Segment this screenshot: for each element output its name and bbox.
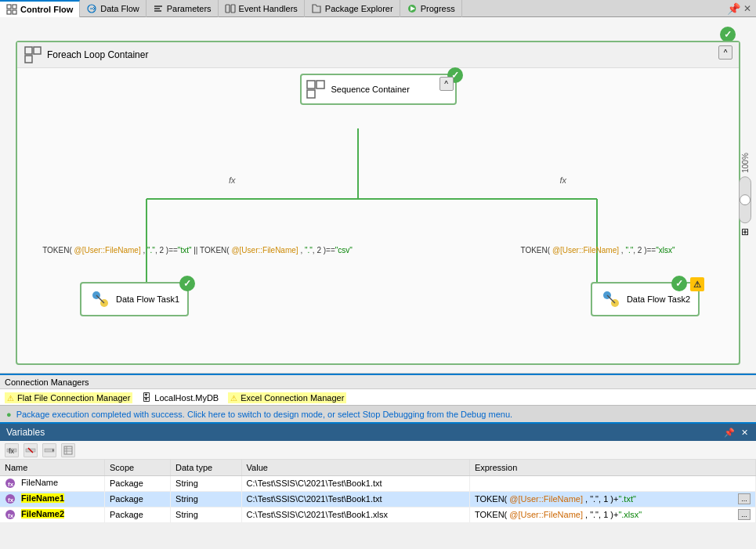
data-flow-task1[interactable]: ✓ Data Flow Task1 bbox=[80, 282, 189, 316]
row1-expression bbox=[469, 475, 755, 491]
conn-excel-warning-icon: ⚠ bbox=[230, 394, 237, 403]
connection-managers-list: ⚠ Flat File Connection Manager 🗄 LocalHo… bbox=[0, 389, 756, 406]
conn-localhost[interactable]: 🗄 LocalHost.MyDB bbox=[142, 392, 219, 403]
foreach-collapse-btn[interactable]: ^ bbox=[718, 45, 732, 60]
tab-package-explorer-label: Package Explorer bbox=[325, 4, 393, 13]
tab-data-flow-label: Data Flow bbox=[100, 4, 139, 13]
foreach-label: Foreach Loop Container bbox=[47, 49, 148, 60]
svg-rect-8 bbox=[226, 5, 230, 13]
pin-panel-btn[interactable]: 📌 bbox=[722, 428, 736, 438]
show-system-vars-btn[interactable] bbox=[61, 443, 75, 457]
event-handlers-icon bbox=[225, 3, 236, 14]
tab-parameters[interactable]: Parameters bbox=[146, 0, 219, 17]
svg-rect-0 bbox=[7, 5, 11, 9]
conn-flat-file-warning-icon: ⚠ bbox=[7, 394, 14, 403]
col-expression: Expression bbox=[469, 460, 755, 475]
row2-name[interactable]: fx FileName1 bbox=[0, 491, 104, 507]
tab-progress-label: Progress bbox=[421, 4, 455, 13]
svg-rect-35 bbox=[64, 446, 72, 454]
task2-success-badge: ✓ bbox=[671, 276, 687, 291]
row1-scope: Package bbox=[104, 475, 170, 491]
row2-expr-strval: ".txt" bbox=[618, 494, 635, 504]
package-explorer-icon bbox=[311, 3, 322, 14]
zoom-slider-thumb[interactable] bbox=[740, 194, 751, 205]
col-name: Name bbox=[0, 460, 104, 475]
zoom-slider-track bbox=[739, 176, 751, 223]
task1-success-badge: ✓ bbox=[179, 276, 195, 291]
zoom-level: 100% bbox=[741, 153, 750, 173]
row3-expr-more-btn[interactable]: ... bbox=[738, 509, 751, 520]
row2-expression: TOKEN( @[User::FileName] , ".", 1 )+".tx… bbox=[469, 491, 755, 507]
data-flow-icon bbox=[86, 3, 97, 14]
delete-variable-btn[interactable] bbox=[24, 443, 38, 457]
sequence-container[interactable]: ✓ Sequence Container ^ bbox=[300, 74, 457, 105]
variables-title: Variables bbox=[6, 427, 45, 438]
svg-text:fx: fx bbox=[9, 447, 15, 455]
table-row: fx FileName1 Package String C:\Test\SSIS… bbox=[0, 491, 756, 507]
svg-rect-2 bbox=[7, 10, 11, 14]
variables-header: Variables 📌 ✕ bbox=[0, 424, 756, 441]
status-bar: ● Package execution completed with succe… bbox=[0, 405, 756, 422]
col-datatype: Data type bbox=[171, 460, 242, 475]
sequence-icon bbox=[305, 78, 327, 100]
tab-control-flow-label: Control Flow bbox=[20, 5, 73, 14]
svg-rect-6 bbox=[154, 8, 160, 9]
tab-parameters-label: Parameters bbox=[167, 4, 212, 13]
svg-rect-22 bbox=[307, 81, 315, 88]
add-variable-btn[interactable]: fx bbox=[5, 443, 19, 457]
variable-options-btn[interactable] bbox=[42, 443, 56, 457]
close-tab-icon[interactable]: ✕ bbox=[743, 3, 751, 14]
status-success-icon: ● bbox=[6, 410, 12, 419]
conn-excel[interactable]: ⚠ Excel Connection Manager bbox=[228, 392, 346, 403]
task2-warning-badge: ⚠ bbox=[690, 277, 704, 291]
col-value: Value bbox=[241, 460, 469, 475]
tab-progress[interactable]: Progress bbox=[400, 0, 462, 17]
sequence-container-wrapper: ✓ Sequence Container ^ bbox=[300, 74, 457, 105]
row3-expr-text: TOKEN( @[User::FileName] , ".", 1 )+".xl… bbox=[475, 510, 738, 519]
row3-expression: TOKEN( @[User::FileName] , ".", 1 )+".xl… bbox=[469, 507, 755, 522]
sequence-label: Sequence Container bbox=[331, 85, 410, 94]
tab-event-handlers-label: Event Handlers bbox=[239, 4, 298, 13]
table-row: fx FileName Package String C:\Test\SSIS\… bbox=[0, 475, 756, 491]
task1-icon bbox=[89, 288, 111, 310]
row2-expr-more-btn[interactable]: ... bbox=[738, 493, 751, 504]
pin-icon[interactable]: 📌 bbox=[727, 2, 740, 15]
tab-control-flow[interactable]: Control Flow bbox=[0, 0, 80, 17]
svg-rect-3 bbox=[13, 10, 16, 14]
status-message[interactable]: Package execution completed with success… bbox=[16, 410, 512, 419]
row2-name-text: FileName1 bbox=[21, 493, 64, 503]
svg-rect-7 bbox=[154, 10, 161, 12]
tab-package-explorer[interactable]: Package Explorer bbox=[305, 0, 400, 17]
row3-datatype: String bbox=[171, 507, 242, 522]
row1-datatype: String bbox=[171, 475, 242, 491]
fx-left-label: fx bbox=[229, 175, 236, 185]
foreach-icon bbox=[24, 45, 42, 64]
row1-name[interactable]: fx FileName bbox=[0, 475, 104, 491]
sequence-collapse-btn[interactable]: ^ bbox=[439, 77, 454, 91]
foreach-loop-container[interactable]: Foreach Loop Container ^ ✓ bbox=[16, 41, 740, 365]
close-panel-btn[interactable]: ✕ bbox=[740, 428, 750, 438]
conn-excel-label: Excel Connection Manager bbox=[241, 393, 344, 403]
row2-scope: Package bbox=[104, 491, 170, 507]
zoom-controls: 100% ⊞ bbox=[739, 153, 751, 237]
row2-expr-varref: @[User::FileName] bbox=[509, 494, 583, 504]
row1-value: C:\Test\SSIS\C\2021\Test\Book1.txt bbox=[241, 475, 469, 491]
data-flow-task2[interactable]: ✓ ⚠ Data Flow Task2 bbox=[591, 282, 700, 316]
conn-flat-file[interactable]: ⚠ Flat File Connection Manager bbox=[5, 392, 132, 403]
svg-rect-5 bbox=[154, 5, 162, 7]
expand-icon[interactable]: ⊞ bbox=[741, 226, 749, 237]
tab-event-handlers[interactable]: Event Handlers bbox=[219, 0, 305, 17]
conn-flat-file-label: Flat File Connection Manager bbox=[17, 393, 130, 403]
svg-rect-14 bbox=[25, 56, 32, 63]
var-icon: fx bbox=[5, 478, 16, 489]
row2-datatype: String bbox=[171, 491, 242, 507]
foreach-header: Foreach Loop Container ^ bbox=[17, 42, 739, 68]
svg-rect-23 bbox=[317, 81, 324, 88]
row3-name[interactable]: fx FileName2 bbox=[0, 507, 104, 522]
connection-managers-header: Connection Managers bbox=[0, 375, 756, 389]
svg-rect-13 bbox=[34, 47, 41, 54]
row2-value: C:\Test\SSIS\C\2021\Test\Book1.txt bbox=[241, 491, 469, 507]
task2-icon bbox=[600, 288, 622, 310]
svg-rect-9 bbox=[231, 5, 235, 13]
tab-data-flow[interactable]: Data Flow bbox=[80, 0, 146, 17]
